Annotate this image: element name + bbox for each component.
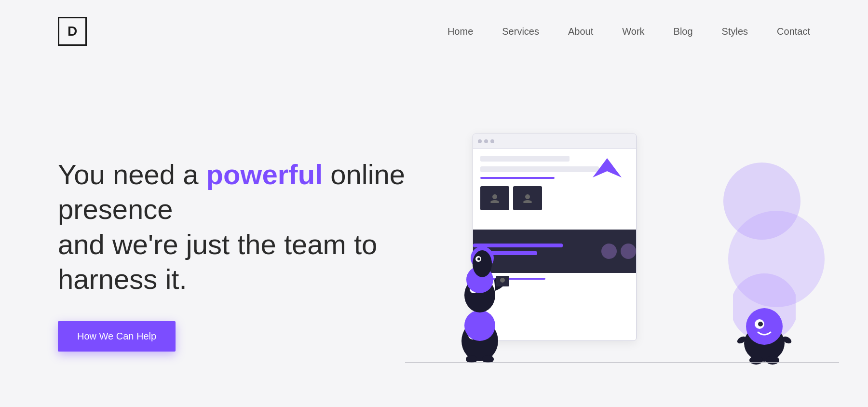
hero-section: You need a powerful online presenceand w… (0, 63, 868, 407)
browser-bar (473, 134, 636, 149)
hero-text-block: You need a powerful online presenceand w… (58, 148, 434, 352)
header: D Home Services About Work Blog Styles C… (0, 0, 868, 63)
logo[interactable]: D (58, 17, 87, 46)
svg-point-24 (766, 356, 779, 365)
browser-dot-1 (478, 139, 482, 143)
svg-point-3 (523, 200, 532, 203)
svg-point-10 (464, 310, 495, 341)
dark-circle-2 (621, 244, 636, 259)
headline-accent: powerful (206, 159, 323, 190)
svg-point-23 (749, 356, 763, 365)
main-nav: Home Services About Work Blog Styles Con… (448, 26, 810, 37)
nav-work[interactable]: Work (622, 26, 644, 37)
logo-letter: D (68, 24, 77, 39)
dark-circle-1 (601, 244, 617, 259)
hero-headline: You need a powerful online presenceand w… (58, 157, 434, 297)
svg-point-18 (473, 250, 492, 277)
nav-home[interactable]: Home (448, 26, 473, 37)
svg-marker-4 (593, 158, 622, 177)
brand-bird-icon (590, 156, 624, 182)
svg-point-27 (746, 308, 783, 345)
browser-dot-3 (490, 139, 494, 143)
svg-point-0 (492, 194, 497, 199)
mock-row-1 (480, 156, 570, 162)
nav-blog[interactable]: Blog (674, 26, 693, 37)
svg-point-15 (500, 278, 505, 283)
right-monster-icon (733, 269, 796, 365)
svg-point-2 (525, 194, 530, 199)
svg-point-20 (477, 258, 480, 260)
nav-services[interactable]: Services (502, 26, 539, 37)
cta-button[interactable]: How We Can Help (58, 321, 176, 352)
headline-part1: You need a (58, 159, 206, 190)
mock-img-2 (513, 186, 542, 210)
browser-dot-2 (484, 139, 488, 143)
monster-characters-icon (444, 201, 516, 365)
mock-row-accent (480, 177, 555, 179)
nav-about[interactable]: About (568, 26, 593, 37)
dark-circles (601, 244, 636, 259)
nav-contact[interactable]: Contact (777, 26, 810, 37)
hero-illustration (434, 124, 810, 375)
ground-line (405, 362, 839, 363)
svg-point-29 (758, 322, 763, 326)
person-icon-2 (522, 193, 533, 203)
nav-styles[interactable]: Styles (722, 26, 748, 37)
mock-row-2 (480, 166, 599, 172)
